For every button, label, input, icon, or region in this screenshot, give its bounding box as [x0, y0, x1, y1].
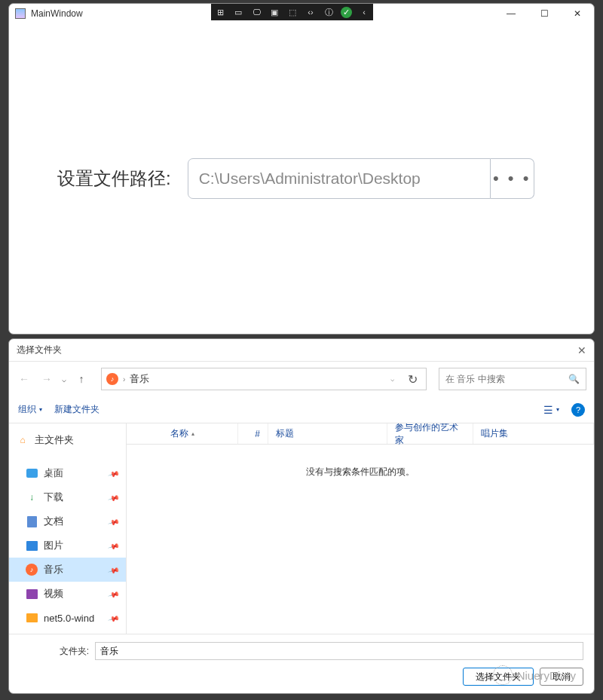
music-icon: ♪ — [26, 564, 38, 576]
main-content: 设置文件路径: • • • — [9, 23, 594, 334]
dialog-titlebar: 选择文件夹 ✕ — [9, 339, 594, 362]
dialog-footer: 文件夹: 选择文件夹 取消 — [9, 634, 594, 693]
view-options-button[interactable]: ☰▾ — [543, 404, 559, 416]
vs-box-icon[interactable]: ▣ — [268, 6, 280, 18]
help-button[interactable]: ? — [571, 403, 585, 417]
sidebar-item-desktop[interactable]: 桌面 📌 — [9, 461, 126, 485]
vs-layout-icon[interactable]: ⬚ — [286, 6, 298, 18]
vs-record-icon[interactable]: ▭ — [232, 6, 244, 18]
vs-accessibility-icon[interactable]: ⓘ — [323, 6, 335, 18]
list-header: 名称▴ # 标题 参与创作的艺术家 唱片集 — [127, 423, 594, 445]
pin-icon: 📌 — [108, 540, 120, 552]
browse-button[interactable]: • • • — [491, 158, 534, 199]
search-icon[interactable]: 🔍 — [568, 374, 580, 384]
dialog-body: ⌂ 主文件夹 桌面 📌 ↓ 下载 📌 文档 📌 图片 — [9, 423, 594, 634]
titlebar: MainWindow ⊞ ▭ 🖵 ▣ ⬚ ‹› ⓘ ✓ ‹ — ☐ ✕ — [9, 4, 594, 23]
list-body: 没有与搜索条件匹配的项。 — [127, 445, 594, 634]
file-list: 名称▴ # 标题 参与创作的艺术家 唱片集 没有与搜索条件匹配的项。 — [127, 423, 594, 634]
sidebar-item-label: 文档 — [44, 515, 63, 528]
vs-screen-icon[interactable]: 🖵 — [250, 6, 262, 18]
sidebar-item-label: 下载 — [44, 491, 63, 504]
path-form-row: 设置文件路径: • • • — [27, 158, 576, 199]
folder-name-label: 文件夹: — [20, 645, 89, 658]
address-location: 音乐 — [130, 372, 386, 386]
window-title: MainWindow — [31, 8, 83, 19]
column-name[interactable]: 名称▴ — [127, 423, 238, 444]
nav-up-button[interactable]: ↑ — [74, 371, 89, 387]
folder-picker-dialog: 选择文件夹 ✕ ← → ⌵ ↑ ♪ › 音乐 ⌵ ↻ 🔍 组织▾ 新建文件夹 ☰… — [8, 338, 595, 694]
window-controls: — ☐ ✕ — [494, 4, 594, 23]
download-icon: ↓ — [26, 491, 38, 503]
folder-name-input[interactable] — [95, 642, 583, 660]
desktop-icon — [26, 467, 38, 479]
pin-icon: 📌 — [108, 612, 120, 624]
path-input[interactable] — [188, 158, 491, 199]
new-folder-button[interactable]: 新建文件夹 — [54, 403, 99, 416]
pin-icon: 📌 — [108, 588, 120, 600]
cancel-button[interactable]: 取消 — [540, 668, 583, 686]
dialog-close-button[interactable]: ✕ — [577, 344, 586, 356]
refresh-button[interactable]: ↻ — [403, 370, 421, 388]
nav-back-button[interactable]: ← — [17, 371, 32, 387]
maximize-button[interactable]: ☐ — [528, 4, 561, 23]
vs-collapse-icon[interactable]: ‹ — [358, 6, 370, 18]
pin-icon: 📌 — [108, 564, 120, 576]
breadcrumb-separator: › — [123, 375, 125, 384]
pin-icon: 📌 — [108, 491, 120, 503]
address-bar[interactable]: ♪ › 音乐 ⌵ ↻ — [101, 368, 427, 390]
sidebar-item-net5[interactable]: net5.0-wind 📌 — [9, 606, 126, 630]
document-icon — [26, 515, 38, 527]
sidebar-item-videos[interactable]: 视频 📌 — [9, 582, 126, 606]
path-input-group: • • • — [188, 158, 534, 199]
sidebar-item-documents[interactable]: 文档 📌 — [9, 509, 126, 533]
select-folder-button[interactable]: 选择文件夹 — [463, 668, 534, 686]
address-dropdown-icon[interactable]: ⌵ — [390, 375, 394, 383]
column-number[interactable]: # — [238, 423, 268, 444]
dialog-toolbar: 组织▾ 新建文件夹 ☰▾ ? — [9, 396, 594, 423]
picture-icon — [26, 540, 38, 552]
column-title[interactable]: 标题 — [268, 423, 387, 444]
minimize-button[interactable]: — — [494, 4, 528, 23]
home-icon: ⌂ — [17, 434, 29, 446]
sidebar-item-downloads[interactable]: ↓ 下载 📌 — [9, 485, 126, 509]
sidebar-item-music[interactable]: ♪ 音乐 📌 — [9, 558, 126, 582]
organize-menu[interactable]: 组织▾ — [18, 403, 42, 416]
dialog-nav: ← → ⌵ ↑ ♪ › 音乐 ⌵ ↻ 🔍 — [9, 362, 594, 396]
sidebar-item-label: 音乐 — [44, 563, 63, 576]
vs-add-icon[interactable]: ⊞ — [214, 6, 226, 18]
sidebar-item-label: 桌面 — [44, 466, 63, 480]
pin-icon: 📌 — [108, 467, 120, 479]
sidebar-item-label: 视频 — [44, 587, 63, 601]
pin-icon: 📌 — [108, 515, 120, 527]
column-artist[interactable]: 参与创作的艺术家 — [387, 423, 473, 444]
sidebar-item-label: net5.0-wind — [44, 613, 94, 624]
close-button[interactable]: ✕ — [561, 4, 594, 23]
main-window: MainWindow ⊞ ▭ 🖵 ▣ ⬚ ‹› ⓘ ✓ ‹ — ☐ ✕ 设置文件… — [8, 3, 595, 335]
sidebar-item-pictures[interactable]: 图片 📌 — [9, 533, 126, 558]
column-album[interactable]: 唱片集 — [473, 423, 594, 444]
vs-signal-icon[interactable]: ‹› — [305, 6, 317, 18]
empty-message: 没有与搜索条件匹配的项。 — [306, 466, 415, 478]
sidebar-item-label: 主文件夹 — [35, 433, 74, 447]
folder-icon — [26, 612, 38, 624]
location-music-icon: ♪ — [106, 373, 118, 385]
nav-forward-button[interactable]: → — [39, 371, 54, 387]
path-label: 设置文件路径: — [27, 167, 171, 191]
video-icon — [26, 588, 38, 600]
search-box: 🔍 — [439, 368, 586, 390]
sidebar-item-label: 图片 — [44, 539, 63, 552]
vs-check-icon[interactable]: ✓ — [341, 7, 352, 18]
search-input[interactable] — [445, 374, 564, 384]
sidebar-item-home[interactable]: ⌂ 主文件夹 — [9, 428, 126, 452]
app-icon — [15, 8, 26, 19]
vs-diagnostic-toolbar: ⊞ ▭ 🖵 ▣ ⬚ ‹› ⓘ ✓ ‹ — [211, 4, 373, 20]
sidebar: ⌂ 主文件夹 桌面 📌 ↓ 下载 📌 文档 📌 图片 — [9, 423, 127, 634]
dialog-title: 选择文件夹 — [17, 344, 62, 356]
nav-history-dropdown[interactable]: ⌵ — [62, 375, 66, 384]
